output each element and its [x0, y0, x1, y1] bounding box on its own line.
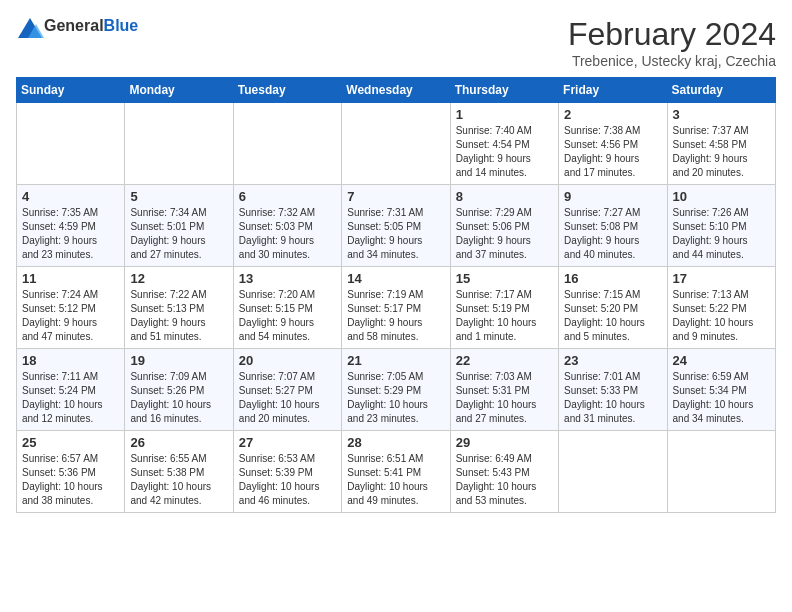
day-number: 12 — [130, 271, 227, 286]
day-info: Sunrise: 6:49 AM Sunset: 5:43 PM Dayligh… — [456, 452, 553, 508]
day-number: 8 — [456, 189, 553, 204]
calendar-cell — [17, 103, 125, 185]
day-number: 26 — [130, 435, 227, 450]
calendar-cell: 15Sunrise: 7:17 AM Sunset: 5:19 PM Dayli… — [450, 267, 558, 349]
day-info: Sunrise: 7:01 AM Sunset: 5:33 PM Dayligh… — [564, 370, 661, 426]
day-info: Sunrise: 7:24 AM Sunset: 5:12 PM Dayligh… — [22, 288, 119, 344]
calendar-cell: 18Sunrise: 7:11 AM Sunset: 5:24 PM Dayli… — [17, 349, 125, 431]
day-info: Sunrise: 6:55 AM Sunset: 5:38 PM Dayligh… — [130, 452, 227, 508]
calendar-cell: 6Sunrise: 7:32 AM Sunset: 5:03 PM Daylig… — [233, 185, 341, 267]
title-block: February 2024 Trebenice, Ustecky kraj, C… — [568, 16, 776, 69]
day-info: Sunrise: 7:31 AM Sunset: 5:05 PM Dayligh… — [347, 206, 444, 262]
day-number: 11 — [22, 271, 119, 286]
calendar-cell: 5Sunrise: 7:34 AM Sunset: 5:01 PM Daylig… — [125, 185, 233, 267]
calendar-cell: 29Sunrise: 6:49 AM Sunset: 5:43 PM Dayli… — [450, 431, 558, 513]
location: Trebenice, Ustecky kraj, Czechia — [568, 53, 776, 69]
day-number: 9 — [564, 189, 661, 204]
day-info: Sunrise: 7:11 AM Sunset: 5:24 PM Dayligh… — [22, 370, 119, 426]
day-number: 17 — [673, 271, 770, 286]
day-number: 6 — [239, 189, 336, 204]
month-title: February 2024 — [568, 16, 776, 53]
calendar-cell — [559, 431, 667, 513]
calendar-cell: 16Sunrise: 7:15 AM Sunset: 5:20 PM Dayli… — [559, 267, 667, 349]
calendar-cell: 3Sunrise: 7:37 AM Sunset: 4:58 PM Daylig… — [667, 103, 775, 185]
day-number: 15 — [456, 271, 553, 286]
calendar-cell — [342, 103, 450, 185]
day-number: 18 — [22, 353, 119, 368]
calendar-cell: 9Sunrise: 7:27 AM Sunset: 5:08 PM Daylig… — [559, 185, 667, 267]
calendar-cell: 1Sunrise: 7:40 AM Sunset: 4:54 PM Daylig… — [450, 103, 558, 185]
day-info: Sunrise: 6:57 AM Sunset: 5:36 PM Dayligh… — [22, 452, 119, 508]
logo-text: GeneralBlue — [44, 17, 138, 35]
calendar-cell: 23Sunrise: 7:01 AM Sunset: 5:33 PM Dayli… — [559, 349, 667, 431]
week-row-4: 18Sunrise: 7:11 AM Sunset: 5:24 PM Dayli… — [17, 349, 776, 431]
week-row-5: 25Sunrise: 6:57 AM Sunset: 5:36 PM Dayli… — [17, 431, 776, 513]
day-number: 14 — [347, 271, 444, 286]
day-number: 1 — [456, 107, 553, 122]
day-info: Sunrise: 7:09 AM Sunset: 5:26 PM Dayligh… — [130, 370, 227, 426]
calendar-cell: 27Sunrise: 6:53 AM Sunset: 5:39 PM Dayli… — [233, 431, 341, 513]
day-number: 29 — [456, 435, 553, 450]
calendar-cell: 24Sunrise: 6:59 AM Sunset: 5:34 PM Dayli… — [667, 349, 775, 431]
day-number: 20 — [239, 353, 336, 368]
calendar-header-row: SundayMondayTuesdayWednesdayThursdayFrid… — [17, 78, 776, 103]
day-info: Sunrise: 7:26 AM Sunset: 5:10 PM Dayligh… — [673, 206, 770, 262]
day-info: Sunrise: 7:34 AM Sunset: 5:01 PM Dayligh… — [130, 206, 227, 262]
day-info: Sunrise: 6:53 AM Sunset: 5:39 PM Dayligh… — [239, 452, 336, 508]
calendar-cell: 11Sunrise: 7:24 AM Sunset: 5:12 PM Dayli… — [17, 267, 125, 349]
day-header-wednesday: Wednesday — [342, 78, 450, 103]
logo-icon — [16, 16, 40, 36]
day-info: Sunrise: 6:59 AM Sunset: 5:34 PM Dayligh… — [673, 370, 770, 426]
day-number: 24 — [673, 353, 770, 368]
calendar-cell: 13Sunrise: 7:20 AM Sunset: 5:15 PM Dayli… — [233, 267, 341, 349]
calendar-cell — [125, 103, 233, 185]
day-info: Sunrise: 7:38 AM Sunset: 4:56 PM Dayligh… — [564, 124, 661, 180]
day-info: Sunrise: 7:37 AM Sunset: 4:58 PM Dayligh… — [673, 124, 770, 180]
week-row-2: 4Sunrise: 7:35 AM Sunset: 4:59 PM Daylig… — [17, 185, 776, 267]
day-number: 4 — [22, 189, 119, 204]
calendar-cell: 19Sunrise: 7:09 AM Sunset: 5:26 PM Dayli… — [125, 349, 233, 431]
calendar-cell: 25Sunrise: 6:57 AM Sunset: 5:36 PM Dayli… — [17, 431, 125, 513]
page-header: GeneralBlue February 2024 Trebenice, Ust… — [16, 16, 776, 69]
day-number: 23 — [564, 353, 661, 368]
calendar-cell: 4Sunrise: 7:35 AM Sunset: 4:59 PM Daylig… — [17, 185, 125, 267]
logo: GeneralBlue — [16, 16, 138, 36]
day-header-thursday: Thursday — [450, 78, 558, 103]
day-number: 13 — [239, 271, 336, 286]
calendar-cell: 26Sunrise: 6:55 AM Sunset: 5:38 PM Dayli… — [125, 431, 233, 513]
day-info: Sunrise: 7:03 AM Sunset: 5:31 PM Dayligh… — [456, 370, 553, 426]
day-number: 21 — [347, 353, 444, 368]
calendar-table: SundayMondayTuesdayWednesdayThursdayFrid… — [16, 77, 776, 513]
day-info: Sunrise: 7:07 AM Sunset: 5:27 PM Dayligh… — [239, 370, 336, 426]
day-number: 2 — [564, 107, 661, 122]
day-info: Sunrise: 7:22 AM Sunset: 5:13 PM Dayligh… — [130, 288, 227, 344]
calendar-cell — [233, 103, 341, 185]
calendar-cell: 8Sunrise: 7:29 AM Sunset: 5:06 PM Daylig… — [450, 185, 558, 267]
day-info: Sunrise: 7:13 AM Sunset: 5:22 PM Dayligh… — [673, 288, 770, 344]
calendar-cell: 14Sunrise: 7:19 AM Sunset: 5:17 PM Dayli… — [342, 267, 450, 349]
calendar-cell — [667, 431, 775, 513]
day-info: Sunrise: 7:05 AM Sunset: 5:29 PM Dayligh… — [347, 370, 444, 426]
day-info: Sunrise: 7:15 AM Sunset: 5:20 PM Dayligh… — [564, 288, 661, 344]
day-number: 7 — [347, 189, 444, 204]
day-header-friday: Friday — [559, 78, 667, 103]
day-number: 19 — [130, 353, 227, 368]
calendar-cell: 7Sunrise: 7:31 AM Sunset: 5:05 PM Daylig… — [342, 185, 450, 267]
calendar-cell: 22Sunrise: 7:03 AM Sunset: 5:31 PM Dayli… — [450, 349, 558, 431]
week-row-3: 11Sunrise: 7:24 AM Sunset: 5:12 PM Dayli… — [17, 267, 776, 349]
day-number: 22 — [456, 353, 553, 368]
day-number: 25 — [22, 435, 119, 450]
calendar-cell: 21Sunrise: 7:05 AM Sunset: 5:29 PM Dayli… — [342, 349, 450, 431]
day-info: Sunrise: 7:35 AM Sunset: 4:59 PM Dayligh… — [22, 206, 119, 262]
day-info: Sunrise: 6:51 AM Sunset: 5:41 PM Dayligh… — [347, 452, 444, 508]
calendar-cell: 17Sunrise: 7:13 AM Sunset: 5:22 PM Dayli… — [667, 267, 775, 349]
day-number: 28 — [347, 435, 444, 450]
calendar-cell: 12Sunrise: 7:22 AM Sunset: 5:13 PM Dayli… — [125, 267, 233, 349]
day-header-tuesday: Tuesday — [233, 78, 341, 103]
day-info: Sunrise: 7:32 AM Sunset: 5:03 PM Dayligh… — [239, 206, 336, 262]
day-header-monday: Monday — [125, 78, 233, 103]
day-info: Sunrise: 7:19 AM Sunset: 5:17 PM Dayligh… — [347, 288, 444, 344]
day-info: Sunrise: 7:29 AM Sunset: 5:06 PM Dayligh… — [456, 206, 553, 262]
day-header-sunday: Sunday — [17, 78, 125, 103]
calendar-cell: 28Sunrise: 6:51 AM Sunset: 5:41 PM Dayli… — [342, 431, 450, 513]
